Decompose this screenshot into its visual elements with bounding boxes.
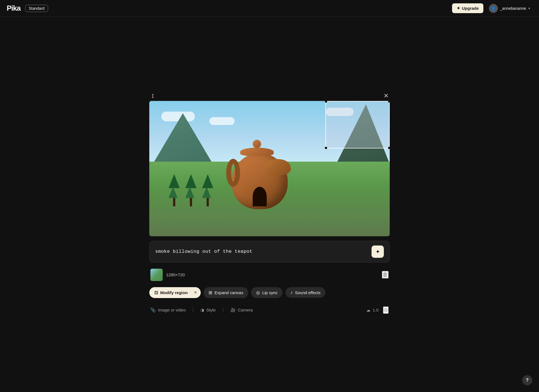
- separator-1: |: [192, 307, 194, 313]
- handle-bottom-right[interactable]: [388, 147, 390, 149]
- style-label: Style: [206, 308, 216, 312]
- modify-icon: ⊡: [154, 290, 158, 295]
- selection-rectangle[interactable]: [325, 101, 390, 148]
- image-video-icon: 📎: [150, 308, 156, 313]
- handle-bottom-left[interactable]: [325, 147, 327, 149]
- tree-2: [202, 174, 213, 206]
- modify-region-button[interactable]: ⊡ Modify region: [150, 288, 191, 297]
- help-icon: ?: [526, 378, 529, 383]
- header-right: ✦ Upgrade 👤 _annebananne ▾: [452, 3, 532, 14]
- tree-top-2b: [202, 187, 211, 198]
- teapot-lid: [240, 148, 274, 156]
- plan-badge: Standard: [25, 5, 48, 12]
- prompt-text[interactable]: smoke billowing out of the teapot: [155, 249, 252, 254]
- expand-icon: ⊞: [209, 290, 212, 295]
- cloud-icon: ☁: [366, 308, 370, 313]
- generate-icon: ✦: [375, 248, 380, 255]
- delete-button[interactable]: 🗑: [382, 271, 389, 278]
- toolbar-left: 📎 Image or video | ◑ Style | 🎥 Camera: [150, 307, 253, 313]
- close-modify-button[interactable]: ✕: [192, 289, 199, 296]
- camera-label: Camera: [238, 308, 253, 312]
- user-icon: 👤: [491, 6, 496, 11]
- upgrade-label: Upgrade: [462, 6, 479, 11]
- generate-button[interactable]: ✦: [372, 245, 384, 258]
- tree-trunk-3: [190, 198, 192, 206]
- delete-icon: 🗑: [382, 271, 388, 278]
- style-item[interactable]: ◑ Style: [200, 308, 216, 313]
- scene-image: [149, 101, 390, 236]
- style-icon: ◑: [200, 308, 204, 313]
- tree-top-1: [169, 174, 180, 188]
- header-left: Pika Standard: [7, 4, 48, 13]
- consistency-control[interactable]: ☁ 1.0: [366, 308, 379, 313]
- collapse-icon[interactable]: ⤡: [149, 92, 157, 100]
- handle-top-left[interactable]: [325, 101, 327, 103]
- file-info-left: 1280×720: [150, 269, 185, 281]
- tree-top-2: [202, 174, 213, 188]
- thumbnail: [150, 269, 163, 281]
- consistency-value: 1.0: [373, 308, 379, 312]
- tree-top-3: [185, 174, 197, 188]
- sound-effects-label: Sound effects: [295, 290, 320, 295]
- teapot-knob: [253, 140, 261, 148]
- tree-trunk-2: [207, 198, 209, 206]
- settings-button[interactable]: ⚙: [383, 306, 389, 314]
- upgrade-star-icon: ✦: [457, 6, 460, 11]
- camera-icon: 🎥: [230, 308, 236, 313]
- expand-canvas-button[interactable]: ⊞ Expand canvas: [204, 287, 248, 298]
- lip-sync-button[interactable]: ◎ Lip sync: [251, 287, 283, 298]
- handle-top-right[interactable]: [388, 101, 390, 103]
- cloud-2: [209, 117, 235, 125]
- cloud-1: [161, 112, 195, 121]
- separator-2: |: [222, 307, 224, 313]
- image-wrapper: ⤡ ✕: [149, 93, 390, 236]
- canvas-area[interactable]: [149, 101, 390, 236]
- camera-item[interactable]: 🎥 Camera: [230, 308, 253, 313]
- help-button[interactable]: ?: [522, 375, 532, 385]
- tree-1: [169, 174, 180, 206]
- image-video-item[interactable]: 📎 Image or video: [150, 308, 186, 313]
- lip-sync-label: Lip sync: [262, 290, 278, 295]
- sound-effects-button[interactable]: ♪ Sound effects: [285, 287, 325, 298]
- user-area[interactable]: 👤 _annebananne ▾: [487, 3, 532, 14]
- teapot: [226, 125, 304, 209]
- image-video-label: Image or video: [158, 308, 186, 312]
- modify-group: ⊡ Modify region ✕: [149, 287, 201, 298]
- action-buttons: ⊡ Modify region ✕ ⊞ Expand canvas ◎ Lip …: [149, 287, 390, 298]
- teapot-spout: [264, 157, 292, 178]
- prompt-container: smoke billowing out of the teapot ✦: [149, 241, 390, 263]
- tree-trunk-1: [173, 198, 175, 206]
- expand-label: Expand canvas: [214, 290, 243, 295]
- tree-3: [185, 174, 197, 206]
- close-button[interactable]: ✕: [384, 93, 389, 99]
- logo: Pika: [7, 4, 21, 13]
- lip-sync-icon: ◎: [256, 290, 260, 295]
- tree-top-1b: [169, 187, 178, 198]
- settings-icon: ⚙: [384, 307, 388, 313]
- sound-effects-icon: ♪: [290, 290, 293, 295]
- chevron-down-icon: ▾: [528, 6, 530, 10]
- upgrade-button[interactable]: ✦ Upgrade: [452, 3, 483, 13]
- header: Pika Standard ✦ Upgrade 👤 _annebananne ▾: [0, 0, 539, 17]
- main-content: ⤡ ✕: [0, 17, 539, 392]
- file-dimensions: 1280×720: [166, 272, 185, 277]
- bottom-toolbar: 📎 Image or video | ◑ Style | 🎥 Camera ☁ …: [149, 304, 390, 317]
- toolbar-right: ☁ 1.0 ⚙: [366, 306, 389, 314]
- avatar: 👤: [489, 4, 498, 13]
- teapot-door: [253, 187, 267, 206]
- teapot-handle: [226, 159, 240, 187]
- username: _annebananne: [500, 6, 526, 11]
- file-info-row: 1280×720 🗑: [149, 267, 390, 283]
- top-controls: ⤡ ✕: [149, 93, 390, 99]
- tree-top-3b: [185, 187, 194, 198]
- modify-label-text: Modify region: [160, 290, 188, 295]
- thumbnail-inner: [150, 269, 163, 281]
- teapot-body: [232, 153, 288, 209]
